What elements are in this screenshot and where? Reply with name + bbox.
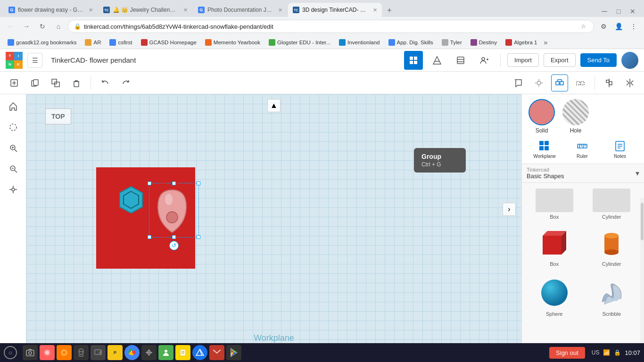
taskbar-webcam-app[interactable] — [91, 345, 106, 360]
profile-icon[interactable]: 👤 — [612, 20, 625, 33]
bookmark-ar[interactable]: AR — [81, 37, 105, 48]
tab-3[interactable]: G Photo Documentation Jewelry C... ✕ — [193, 3, 287, 17]
shapes-category-dropdown[interactable]: ▾ — [636, 169, 639, 178]
star-icon[interactable]: ☆ — [578, 22, 588, 31]
address-text: tinkercad.com/things/6ab5d8zYvW4-tinkerc… — [84, 23, 576, 30]
right-panel-scrollbar[interactable] — [640, 198, 644, 348]
shapes-library-header: Tinkercad Basic Shapes ▾ — [522, 164, 644, 183]
taskbar-gplay-app[interactable] — [226, 345, 241, 360]
taskbar-linux-app[interactable] — [74, 345, 89, 360]
home-tool[interactable] — [5, 98, 22, 115]
bookmark-gcasd[interactable]: GCASD Homepage — [137, 37, 200, 48]
bookmark-algebra[interactable]: Algebra 1 — [502, 37, 541, 48]
handle-br[interactable] — [197, 235, 200, 239]
solid-type-option[interactable]: Solid — [528, 99, 555, 134]
bookmark-destiny[interactable]: Destiny — [467, 37, 501, 48]
forward-button[interactable]: → — [20, 20, 33, 33]
tab-2[interactable]: TC 🔔 👑 Jewelry Challenge using T... ✕ — [99, 3, 192, 17]
bookmark-appdigskills[interactable]: App. Dig. Skills — [385, 37, 437, 48]
perspective-view-button[interactable] — [428, 51, 446, 70]
tab-1-close[interactable]: ✕ — [89, 7, 93, 13]
taskbar-pearson-app[interactable]: P — [107, 345, 123, 360]
user-avatar[interactable] — [621, 52, 638, 69]
hole-type-option[interactable]: Hole — [562, 99, 589, 134]
delete-button[interactable] — [68, 74, 85, 91]
bookmark-inventionland[interactable]: Inventionland — [335, 37, 383, 48]
sphere-shape-item[interactable]: Sphere — [528, 273, 581, 320]
new-object-button[interactable] — [6, 74, 23, 91]
select-tool[interactable] — [5, 119, 22, 136]
export-button[interactable]: Export — [544, 53, 576, 67]
tab-4-close[interactable]: ✕ — [373, 7, 377, 13]
close-button[interactable]: ✕ — [627, 6, 638, 17]
svg-rect-88 — [180, 349, 186, 356]
svg-rect-30 — [577, 82, 580, 85]
sign-out-button[interactable]: Sign out — [549, 347, 585, 359]
light-toggle-button[interactable] — [530, 74, 547, 91]
viewport[interactable]: TOP ▲ › — [26, 94, 521, 362]
refresh-button[interactable]: ↻ — [36, 20, 49, 33]
address-bar[interactable]: 🔒 tinkercad.com/things/6ab5d8zYvW4-tinke… — [68, 20, 594, 33]
zoom-out-tool[interactable] — [5, 160, 22, 177]
svg-rect-6 — [457, 57, 464, 64]
taskbar-students-app[interactable] — [158, 345, 173, 360]
tab-1[interactable]: G flower drawing easy - Google Se... ✕ — [4, 3, 98, 17]
ruler-tab[interactable]: Ruler — [564, 138, 600, 161]
taskbar-camera-app[interactable] — [23, 345, 38, 360]
mirror-button[interactable] — [621, 74, 638, 91]
import-button[interactable]: Import — [507, 53, 539, 67]
layers-view-button[interactable] — [451, 51, 470, 70]
bookmark-glogster[interactable]: Glogster EDU - Inter... — [265, 37, 334, 48]
pendant-shape-object[interactable] — [151, 185, 193, 237]
handle-tr[interactable] — [197, 181, 200, 185]
restore-button[interactable]: □ — [613, 6, 624, 17]
menu-icon[interactable]: ⋮ — [627, 20, 640, 33]
tab-2-close[interactable]: ✕ — [183, 7, 188, 13]
taskbar-photo-app[interactable] — [40, 345, 55, 360]
zoom-in-tool[interactable] — [5, 140, 22, 156]
tinkercad-logo[interactable]: T I N K — [6, 52, 23, 69]
more-bookmarks-button[interactable]: » — [544, 39, 547, 46]
taskbar-music-app[interactable] — [57, 345, 72, 360]
notes-tab[interactable]: Notes — [602, 138, 638, 161]
scrollbar-thumb[interactable] — [641, 203, 644, 240]
scribble-shape-item[interactable]: Scribble — [585, 273, 639, 320]
taskbar-chrome-app[interactable] — [124, 345, 140, 360]
ungroup-button[interactable] — [572, 74, 589, 91]
back-button[interactable]: ← — [4, 20, 17, 33]
tab-4[interactable]: TC 3D design TinkerCAD- snowflake... ✕ — [288, 3, 382, 17]
send-to-button[interactable]: Send To — [580, 53, 617, 67]
transform-tool[interactable] — [5, 181, 22, 198]
taskbar-drive-app[interactable] — [192, 345, 207, 360]
minimize-button[interactable]: ─ — [599, 6, 610, 17]
cylinder-shape-item[interactable]: Cylinder — [585, 223, 639, 270]
bookmark-csfirst[interactable]: csfirst — [106, 37, 136, 48]
duplicate-button[interactable] — [47, 74, 64, 91]
bookmark-gcasdk12[interactable]: gcasdk12.org bookmarks — [4, 37, 80, 48]
workplane-tab[interactable]: Workplane — [527, 138, 562, 161]
tab-3-close[interactable]: ✕ — [278, 7, 282, 13]
home-button[interactable]: ⌂ — [52, 20, 65, 33]
bookmark-tyler[interactable]: Tyler — [438, 37, 466, 48]
taskbar-notes-app[interactable] — [175, 345, 190, 360]
undo-button[interactable] — [97, 74, 114, 91]
align-button[interactable] — [601, 74, 618, 91]
taskbar-crosshair-app[interactable] — [141, 345, 157, 360]
grid-view-button[interactable] — [404, 51, 423, 70]
svg-rect-53 — [539, 141, 544, 145]
copy-to-all-button[interactable] — [26, 74, 43, 91]
redo-button[interactable] — [117, 74, 134, 91]
box-shape-item[interactable]: Box — [528, 223, 581, 270]
system-power-icon[interactable]: ○ — [4, 346, 17, 359]
scribble-shape-thumb — [595, 276, 628, 309]
bookmark-memento[interactable]: Memento Yearbook — [201, 37, 264, 48]
comment-button[interactable] — [510, 74, 527, 91]
add-user-button[interactable] — [475, 51, 494, 70]
document-menu-icon[interactable]: ☰ — [27, 53, 42, 68]
new-tab-button[interactable]: + — [383, 4, 396, 17]
svg-rect-0 — [410, 57, 413, 60]
group-button[interactable] — [551, 74, 568, 91]
taskbar-gmail-app[interactable] — [209, 345, 224, 360]
extensions-icon[interactable]: ⚙ — [597, 20, 610, 33]
teal-hexagon-object[interactable] — [116, 185, 146, 215]
